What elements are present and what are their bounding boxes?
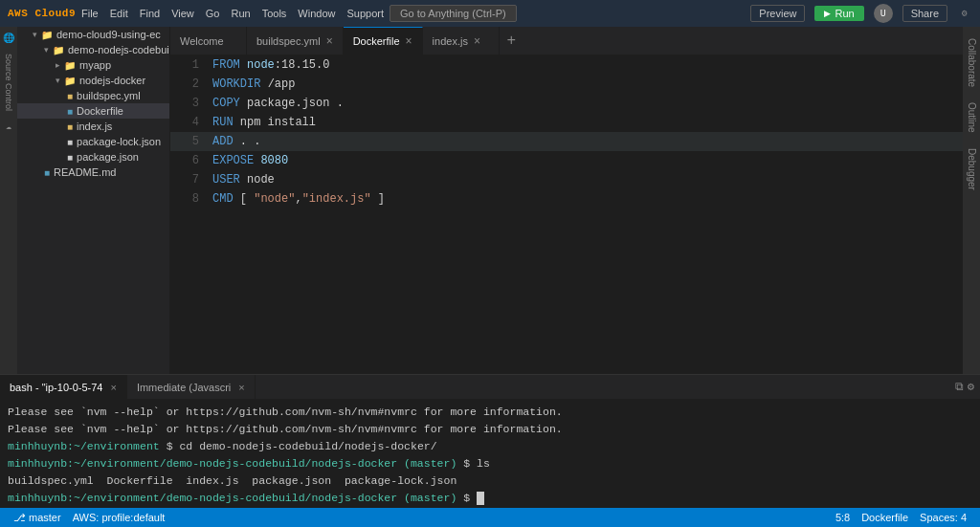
json-file-icon: ■ <box>67 152 73 163</box>
editor-tab-bar: Welcome buildspec.yml × Dockerfile × ind… <box>170 27 963 55</box>
tree-label: myapp <box>79 59 111 71</box>
code-line-8: 8 CMD [ "node","index.js" ] <box>170 189 963 209</box>
bottom-panel: bash - "ip-10-0-5-74 × Immediate (Javasc… <box>0 374 980 508</box>
file-type-label: Dockerfile <box>861 512 908 523</box>
share-button[interactable]: Share <box>902 5 947 22</box>
aws-icon[interactable]: ☁ <box>1 119 16 134</box>
line-number: 1 <box>170 55 209 75</box>
expand-arrow: ▸ <box>56 60 60 70</box>
tree-label: package-lock.json <box>77 136 161 147</box>
line-content: USER node <box>209 170 963 189</box>
line-number: 6 <box>170 151 209 170</box>
right-sidebar: Collaborate Outline Debugger <box>963 27 980 374</box>
tree-item-package-lock[interactable]: ■ package-lock.json <box>17 134 169 149</box>
menu-go[interactable]: Go <box>206 8 220 19</box>
line-content: ADD . . <box>209 132 963 151</box>
top-menu: File Edit Find View Go Run Tools Window … <box>81 8 384 19</box>
status-file-type[interactable]: Dockerfile <box>856 512 914 523</box>
tab-buildspec[interactable]: buildspec.yml × <box>247 27 344 55</box>
tree-item-buildspec[interactable]: ■ buildspec.yml <box>17 88 169 103</box>
status-aws-profile[interactable]: AWS: profile:default <box>67 512 171 523</box>
menu-support[interactable]: Support <box>346 8 384 19</box>
js-file-icon: ■ <box>67 121 73 132</box>
tree-item-nodejs-docker[interactable]: ▾ 📁 nodejs-docker <box>17 73 169 88</box>
menu-run[interactable]: Run <box>231 8 250 19</box>
docker-file-icon: ■ <box>67 106 73 117</box>
line-number: 3 <box>170 94 209 113</box>
user-avatar[interactable]: U <box>874 4 893 23</box>
menu-window[interactable]: Window <box>298 8 335 19</box>
environment-icon[interactable]: 🌐 <box>1 31 16 46</box>
tab-welcome[interactable]: Welcome <box>170 27 247 55</box>
main-area: 🌐 Source Control ☁ ▾ 📁 demo-cloud9-using… <box>0 27 980 374</box>
line-number: 4 <box>170 113 209 132</box>
terminal-content[interactable]: Please see `nvm --help` or https://githu… <box>0 400 980 508</box>
go-anything-bar[interactable]: Go to Anything (Ctrl-P) <box>390 5 517 22</box>
right-tab-collaborate[interactable]: Collaborate <box>965 31 979 95</box>
tab-label: Welcome <box>180 35 224 47</box>
tree-item-myapp[interactable]: ▸ 📁 myapp <box>17 57 169 73</box>
tree-item-demo-nodejs-codebuild[interactable]: ▾ 📁 demo-nodejs-codebuild <box>17 42 169 57</box>
tab-label: Dockerfile <box>353 35 400 47</box>
tree-item-demo-cloud9[interactable]: ▾ 📁 demo-cloud9-using-ec <box>17 27 169 42</box>
tab-close-icon[interactable]: × <box>406 35 412 47</box>
add-tab-button[interactable]: + <box>500 27 524 55</box>
json-file-icon: ■ <box>67 137 73 147</box>
tab-close-icon[interactable]: × <box>474 35 480 47</box>
terminal-line-6: minhhuynb:~/environment/demo-nodejs-code… <box>8 490 972 507</box>
terminal-line-1: Please see `nvm --help` or https://githu… <box>8 404 972 421</box>
tab-label: index.js <box>433 35 468 47</box>
line-number: 8 <box>170 189 209 209</box>
tree-item-readme[interactable]: ■ README.md <box>17 165 169 180</box>
preview-button[interactable]: Preview <box>750 5 805 22</box>
status-indent[interactable]: Spaces: 4 <box>914 512 972 523</box>
terminal-tab-immediate[interactable]: Immediate (Javascri × <box>127 375 256 400</box>
tree-item-package[interactable]: ■ package.json <box>17 149 169 165</box>
tree-item-dockerfile[interactable]: ■ Dockerfile <box>17 103 169 119</box>
terminal-line-2: Please see `nvm --help` or https://githu… <box>8 421 972 438</box>
code-line-5: 5 ADD . . <box>170 132 963 151</box>
tab-indexjs[interactable]: index.js × <box>423 27 500 55</box>
top-bar-right: Preview Run U Share ⚙ <box>750 4 972 23</box>
menu-file[interactable]: File <box>81 8 99 19</box>
terminal-tab-bash[interactable]: bash - "ip-10-0-5-74 × <box>0 375 127 400</box>
menu-edit[interactable]: Edit <box>110 8 128 19</box>
tab-close-icon[interactable]: × <box>326 35 333 47</box>
menu-find[interactable]: Find <box>140 8 160 19</box>
tree-label: README.md <box>54 166 116 178</box>
line-number: 7 <box>170 170 209 189</box>
tab-dockerfile[interactable]: Dockerfile × <box>344 27 423 55</box>
code-lines: 1 FROM node:18.15.0 2 WORKDIR /app 3 COP… <box>170 55 963 209</box>
tree-item-indexjs[interactable]: ■ index.js <box>17 119 169 134</box>
terminal-tab-close[interactable]: × <box>238 382 244 393</box>
folder-icon: 📁 <box>64 76 76 86</box>
md-file-icon: ■ <box>44 167 50 178</box>
yaml-file-icon: ■ <box>67 91 73 101</box>
right-tab-debugger[interactable]: Debugger <box>965 141 979 198</box>
terminal-restore-icon[interactable]: ⧉ <box>955 381 964 394</box>
right-tab-outline[interactable]: Outline <box>965 95 979 141</box>
git-branch-icon: ⎇ <box>13 512 26 524</box>
menu-tools[interactable]: Tools <box>262 8 287 19</box>
terminal-tab-close[interactable]: × <box>110 382 116 393</box>
aws-logo: AWS Cloud9 <box>8 8 76 19</box>
tree-label: nodejs-docker <box>79 75 145 86</box>
indent-label: Spaces: 4 <box>920 512 967 523</box>
status-branch[interactable]: ⎇ master <box>8 512 67 524</box>
cursor-position: 5:8 <box>835 512 850 523</box>
terminal-gear-icon[interactable]: ⚙ <box>968 380 974 394</box>
menu-view[interactable]: View <box>171 8 194 19</box>
status-right: 5:8 Dockerfile Spaces: 4 <box>830 512 972 523</box>
line-content: WORKDIR /app <box>209 75 963 94</box>
line-content: COPY package.json . <box>209 94 963 113</box>
terminal-line-5: buildspec.yml Dockerfile index.js packag… <box>8 472 972 490</box>
run-button[interactable]: Run <box>814 6 863 21</box>
status-cursor-pos[interactable]: 5:8 <box>830 512 856 523</box>
settings-icon[interactable]: ⚙ <box>957 6 972 21</box>
editor-area: Welcome buildspec.yml × Dockerfile × ind… <box>170 27 963 374</box>
code-editor[interactable]: 1 FROM node:18.15.0 2 WORKDIR /app 3 COP… <box>170 55 963 374</box>
status-bar: ⎇ master AWS: profile:default 5:8 Docker… <box>0 508 980 527</box>
folder-icon: 📁 <box>64 60 76 71</box>
source-control-label: Source Control <box>4 48 13 117</box>
code-line-7: 7 USER node <box>170 170 963 189</box>
